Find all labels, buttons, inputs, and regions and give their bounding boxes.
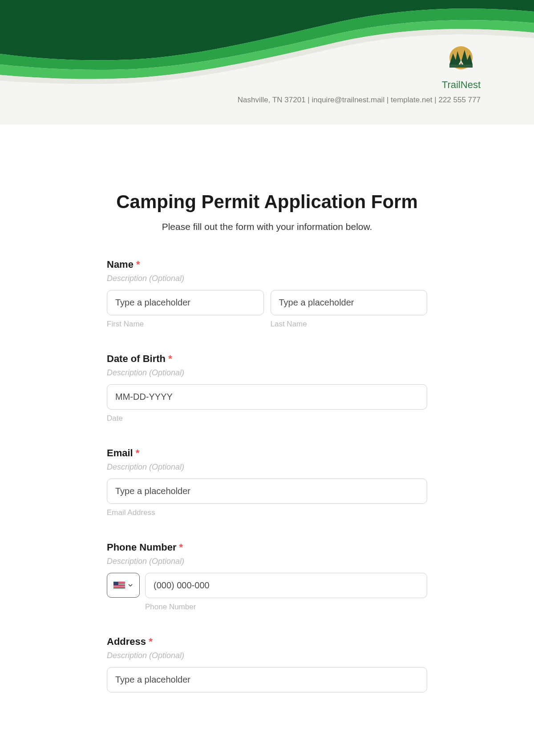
address-label: Address * (107, 636, 427, 647)
required-marker: * (168, 353, 172, 364)
header-banner: TrailNest Nashville, TN 37201 | inquire@… (0, 0, 534, 125)
email-description: Description (Optional) (107, 462, 427, 472)
last-name-sublabel: Last Name (271, 320, 428, 329)
first-name-input[interactable] (107, 290, 264, 315)
email-label: Email * (107, 447, 427, 459)
form-container: Camping Permit Application Form Please f… (62, 125, 472, 735)
brand-name: TrailNest (442, 79, 481, 91)
name-description: Description (Optional) (107, 274, 427, 283)
dob-input[interactable] (107, 384, 427, 410)
form-subtitle: Please fill out the form with your infor… (107, 221, 427, 232)
dob-description: Description (Optional) (107, 368, 427, 378)
dob-sublabel: Date (107, 414, 427, 423)
email-input[interactable] (107, 479, 427, 504)
contact-info: Nashville, TN 37201 | inquire@trailnest.… (238, 96, 481, 105)
brand-logo-icon (443, 44, 479, 76)
phone-field-group: Phone Number * Description (Optional) Ph… (107, 542, 427, 611)
required-marker: * (149, 636, 153, 647)
required-marker: * (136, 447, 140, 458)
address-description: Description (Optional) (107, 651, 427, 660)
name-field-group: Name * Description (Optional) First Name… (107, 259, 427, 329)
required-marker: * (136, 259, 140, 270)
country-code-selector[interactable] (107, 573, 140, 598)
required-marker: * (179, 542, 183, 553)
dob-label: Date of Birth * (107, 353, 427, 365)
email-field-group: Email * Description (Optional) Email Add… (107, 447, 427, 517)
email-sublabel: Email Address (107, 508, 427, 517)
phone-input[interactable] (145, 573, 427, 598)
form-title: Camping Permit Application Form (107, 191, 427, 213)
address-field-group: Address * Description (Optional) (107, 636, 427, 692)
first-name-sublabel: First Name (107, 320, 264, 329)
logo-section: TrailNest (442, 44, 481, 91)
name-label: Name * (107, 259, 427, 270)
last-name-input[interactable] (271, 290, 428, 315)
phone-label: Phone Number * (107, 542, 427, 553)
us-flag-icon (113, 582, 125, 589)
chevron-down-icon (128, 583, 133, 588)
phone-sublabel: Phone Number (145, 603, 427, 611)
dob-field-group: Date of Birth * Description (Optional) D… (107, 353, 427, 423)
phone-description: Description (Optional) (107, 557, 427, 566)
address-input[interactable] (107, 667, 427, 692)
